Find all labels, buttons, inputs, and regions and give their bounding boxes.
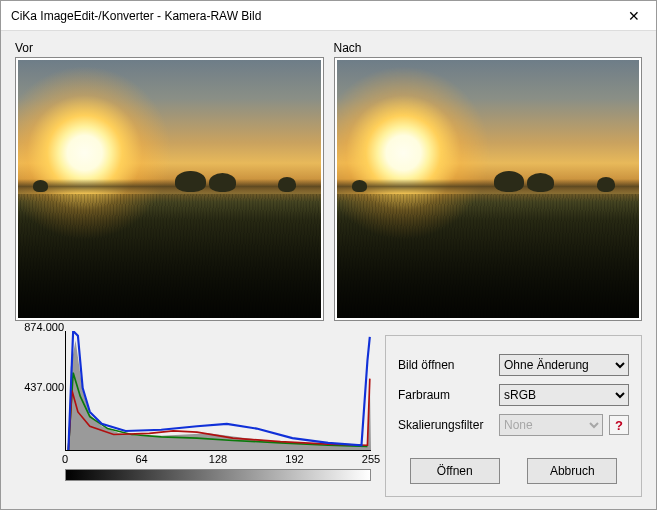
help-icon: ?: [615, 418, 623, 433]
histogram-xaxis: 0 64 128 192 255: [65, 453, 371, 467]
hist-x-192: 192: [285, 453, 303, 465]
tone-gradient: [65, 469, 371, 481]
hist-x-255: 255: [362, 453, 380, 465]
hist-x-64: 64: [135, 453, 147, 465]
histogram-svg: [66, 331, 371, 450]
histogram: 874.000 437.000: [65, 331, 371, 451]
after-preview: [334, 57, 643, 321]
help-button[interactable]: ?: [609, 415, 629, 435]
close-button[interactable]: ✕: [611, 1, 656, 31]
hist-x-0: 0: [62, 453, 68, 465]
dialog-content: Vor Nach: [1, 31, 656, 509]
scalefilter-label: Skalierungsfilter: [398, 418, 493, 432]
hist-x-128: 128: [209, 453, 227, 465]
before-label: Vor: [15, 41, 324, 55]
titlebar[interactable]: CiKa ImageEdit-/Konverter - Kamera-RAW B…: [1, 1, 656, 31]
after-label: Nach: [334, 41, 643, 55]
open-button[interactable]: Öffnen: [410, 458, 500, 484]
hist-ylabel-mid: 437.000: [24, 381, 64, 393]
cancel-button[interactable]: Abbruch: [527, 458, 617, 484]
options-panel: Bild öffnen Ohne Änderung Farbraum sRGB …: [385, 335, 642, 497]
before-preview: [15, 57, 324, 321]
histogram-panel: 874.000 437.000 0: [15, 331, 371, 497]
scalefilter-select: None: [499, 414, 603, 436]
open-mode-select[interactable]: Ohne Änderung: [499, 354, 629, 376]
hist-ylabel-max: 874.000: [24, 321, 64, 333]
open-mode-label: Bild öffnen: [398, 358, 493, 372]
colorspace-label: Farbraum: [398, 388, 493, 402]
close-icon: ✕: [628, 8, 640, 24]
colorspace-select[interactable]: sRGB: [499, 384, 629, 406]
window-title: CiKa ImageEdit-/Konverter - Kamera-RAW B…: [11, 9, 611, 23]
